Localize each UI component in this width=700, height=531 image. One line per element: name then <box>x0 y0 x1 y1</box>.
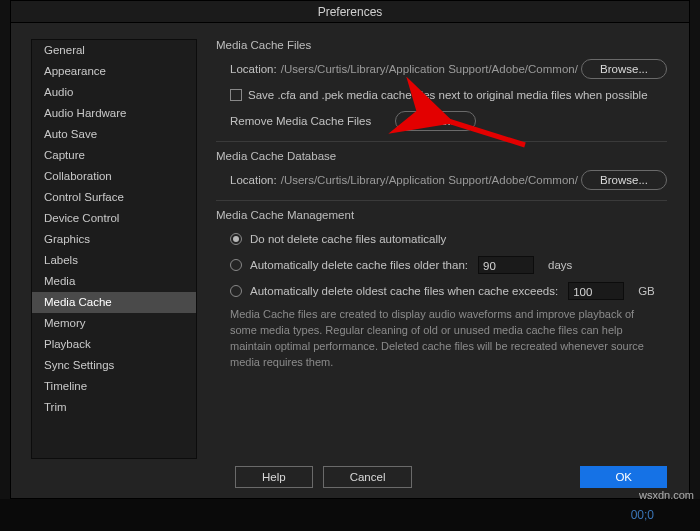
location-label: Location: <box>230 63 277 75</box>
browse-button-cache-files[interactable]: Browse... <box>581 59 667 79</box>
preferences-content: Media Cache Files Location: /Users/Curti… <box>216 39 667 450</box>
mgmt-opt2-label: Automatically delete cache files older t… <box>250 259 468 271</box>
save-cfa-checkbox[interactable] <box>230 89 242 101</box>
cache-db-location-path: /Users/Curtis/Library/Application Suppor… <box>281 174 578 186</box>
app-bottom-strip: 00;0 <box>0 499 700 531</box>
mgmt-days-input[interactable]: 90 <box>478 256 534 274</box>
sidebar-item-labels[interactable]: Labels <box>32 250 196 271</box>
sidebar-item-media-cache[interactable]: Media Cache <box>32 292 196 313</box>
remove-cache-row: Remove Media Cache Files Delete... <box>230 111 667 131</box>
save-cfa-label: Save .cfa and .pek media cache files nex… <box>248 89 648 101</box>
cache-db-location-row: Location: /Users/Curtis/Library/Applicat… <box>230 170 667 190</box>
timecode-text: 00;0 <box>631 508 654 522</box>
title-text: Preferences <box>318 5 383 19</box>
sidebar-item-general[interactable]: General <box>32 40 196 61</box>
mgmt-opt3-row[interactable]: Automatically delete oldest cache files … <box>230 281 667 301</box>
sidebar-item-timeline[interactable]: Timeline <box>32 376 196 397</box>
mgmt-gb-input[interactable]: 100 <box>568 282 624 300</box>
divider-1 <box>216 141 667 142</box>
sidebar-item-graphics[interactable]: Graphics <box>32 229 196 250</box>
sidebar-item-media[interactable]: Media <box>32 271 196 292</box>
preferences-sidebar: GeneralAppearanceAudioAudio HardwareAuto… <box>31 39 197 459</box>
sidebar-item-sync-settings[interactable]: Sync Settings <box>32 355 196 376</box>
divider-2 <box>216 200 667 201</box>
mgmt-gb-unit: GB <box>638 285 655 297</box>
remove-cache-label: Remove Media Cache Files <box>230 115 371 127</box>
section-title-cache-db: Media Cache Database <box>216 150 667 162</box>
browse-button-cache-db[interactable]: Browse... <box>581 170 667 190</box>
preferences-window: Preferences GeneralAppearanceAudioAudio … <box>0 0 700 531</box>
mgmt-opt1-label: Do not delete cache files automatically <box>250 233 446 245</box>
mgmt-opt3-label: Automatically delete oldest cache files … <box>250 285 558 297</box>
mgmt-radio-1[interactable] <box>230 233 242 245</box>
mgmt-opt2-row[interactable]: Automatically delete cache files older t… <box>230 255 667 275</box>
delete-button[interactable]: Delete... <box>395 111 476 131</box>
sidebar-item-trim[interactable]: Trim <box>32 397 196 418</box>
sidebar-item-collaboration[interactable]: Collaboration <box>32 166 196 187</box>
dialog-footer: Help Cancel OK <box>11 456 689 498</box>
ok-button[interactable]: OK <box>580 466 667 488</box>
watermark-text: wsxdn.com <box>639 489 694 501</box>
help-button[interactable]: Help <box>235 466 313 488</box>
sidebar-item-playback[interactable]: Playback <box>32 334 196 355</box>
cache-files-location-path: /Users/Curtis/Library/Application Suppor… <box>281 63 578 75</box>
section-title-management: Media Cache Management <box>216 209 667 221</box>
sidebar-item-control-surface[interactable]: Control Surface <box>32 187 196 208</box>
sidebar-item-appearance[interactable]: Appearance <box>32 61 196 82</box>
save-cfa-row[interactable]: Save .cfa and .pek media cache files nex… <box>230 85 667 105</box>
mgmt-description: Media Cache files are created to display… <box>230 307 667 371</box>
section-title-cache-files: Media Cache Files <box>216 39 667 51</box>
cache-files-location-row: Location: /Users/Curtis/Library/Applicat… <box>230 59 667 79</box>
sidebar-item-audio[interactable]: Audio <box>32 82 196 103</box>
sidebar-item-auto-save[interactable]: Auto Save <box>32 124 196 145</box>
sidebar-item-device-control[interactable]: Device Control <box>32 208 196 229</box>
sidebar-item-memory[interactable]: Memory <box>32 313 196 334</box>
dialog-body: GeneralAppearanceAudioAudio HardwareAuto… <box>10 22 690 499</box>
mgmt-opt1-row[interactable]: Do not delete cache files automatically <box>230 229 667 249</box>
mgmt-radio-3[interactable] <box>230 285 242 297</box>
location-label-db: Location: <box>230 174 277 186</box>
mgmt-radio-2[interactable] <box>230 259 242 271</box>
titlebar: Preferences <box>10 0 690 22</box>
sidebar-item-audio-hardware[interactable]: Audio Hardware <box>32 103 196 124</box>
sidebar-item-capture[interactable]: Capture <box>32 145 196 166</box>
mgmt-days-unit: days <box>548 259 572 271</box>
cancel-button[interactable]: Cancel <box>323 466 413 488</box>
